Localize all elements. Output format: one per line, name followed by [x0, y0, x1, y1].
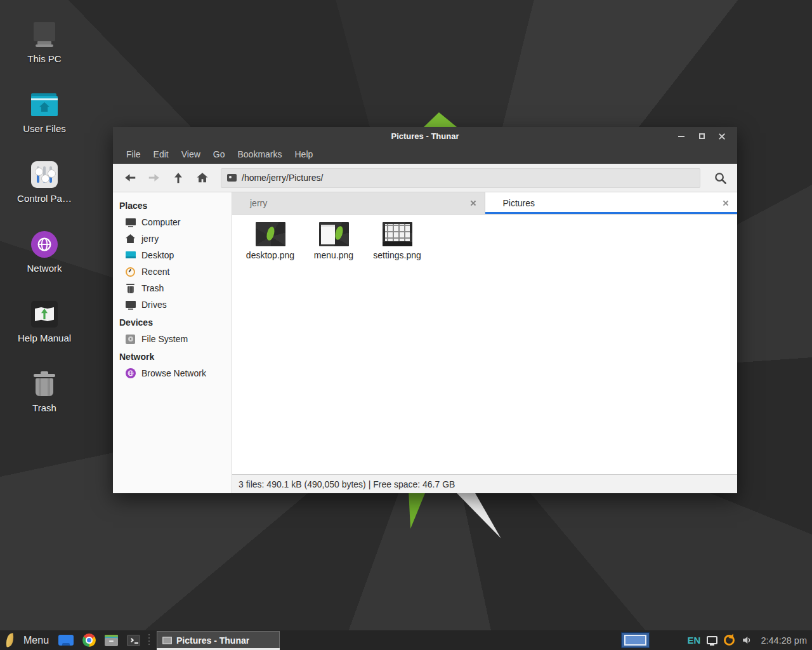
- desktop-icon-control-panel[interactable]: Control Pa…: [6, 149, 82, 204]
- menu-help[interactable]: Help: [289, 145, 320, 164]
- tab-close-icon[interactable]: [469, 199, 477, 207]
- taskbar: Menu Pictures - Thunar EN 2:44:28 pm: [0, 630, 812, 650]
- menu-go[interactable]: Go: [207, 145, 232, 164]
- tab-bar: jerry Pictures: [232, 192, 737, 215]
- desktop-icon-trash[interactable]: Trash: [6, 358, 82, 413]
- drives-icon: [126, 300, 136, 310]
- sidebar-item-computer[interactable]: Computer: [113, 214, 232, 230]
- chrome-launcher[interactable]: [81, 630, 98, 650]
- linux-lite-logo-icon: [5, 633, 15, 647]
- menu-bar: File Edit View Go Bookmarks Help: [113, 145, 737, 164]
- file-item-desktop-png[interactable]: desktop.png: [239, 220, 302, 260]
- workspace-switcher[interactable]: [621, 632, 650, 648]
- wallpaper-logo-stem: [407, 493, 425, 529]
- task-window-icon: [162, 637, 172, 644]
- image-folder-icon: [227, 174, 237, 182]
- workspace-1[interactable]: [624, 635, 646, 646]
- thunar-window: Pictures - Thunar File Edit View Go Book…: [113, 127, 737, 493]
- search-button[interactable]: [708, 166, 732, 189]
- show-desktop-icon: [58, 635, 74, 646]
- menu-file[interactable]: File: [120, 145, 147, 164]
- volume-icon[interactable]: [741, 634, 753, 646]
- desktop-icon-this-pc[interactable]: This PC: [6, 9, 82, 64]
- sidebar-item-desktop[interactable]: Desktop: [113, 247, 232, 263]
- desktop-icon-column: This PC User Files Control Pa… Network H…: [6, 9, 82, 413]
- desktop-icon-label: User Files: [23, 123, 66, 134]
- maximize-icon: [699, 133, 705, 139]
- forward-button[interactable]: [142, 166, 166, 189]
- desktop-icon-label: Control Pa…: [17, 193, 72, 204]
- back-icon: [123, 171, 137, 185]
- sidebar-item-label: jerry: [141, 234, 159, 244]
- file-name: settings.png: [373, 250, 421, 260]
- window-titlebar[interactable]: Pictures - Thunar: [113, 127, 737, 145]
- sidebar-item-label: File System: [141, 334, 188, 344]
- keyboard-layout-indicator[interactable]: EN: [688, 635, 701, 646]
- file-name: desktop.png: [246, 250, 294, 260]
- path-bar[interactable]: /home/jerry/Pictures/: [221, 168, 700, 188]
- trash-icon: [126, 284, 134, 293]
- sidebar-header-devices: Devices: [113, 313, 232, 331]
- sidebar-item-jerry[interactable]: jerry: [113, 230, 232, 247]
- sidebar-item-label: Drives: [141, 300, 167, 310]
- home-icon: [126, 234, 135, 243]
- desktop-icon-label: Help Manual: [18, 333, 71, 343]
- this-pc-icon: [31, 21, 58, 49]
- sidebar-header-network: Network: [113, 347, 232, 365]
- update-manager-icon[interactable]: [724, 635, 735, 646]
- menu-view[interactable]: View: [175, 145, 207, 164]
- terminal-launcher[interactable]: [125, 630, 142, 650]
- menu-button[interactable]: [4, 630, 16, 650]
- file-cabinet-icon: [105, 635, 118, 646]
- tasklist-handle[interactable]: [147, 634, 150, 647]
- sidebar-item-label: Computer: [141, 217, 180, 227]
- desktop-icon-user-files[interactable]: User Files: [6, 79, 82, 134]
- file-item-menu-png[interactable]: menu.png: [302, 220, 365, 260]
- tab-jerry[interactable]: jerry: [232, 192, 485, 214]
- close-icon: [718, 133, 726, 140]
- help-manual-icon: [31, 301, 58, 328]
- desktop-icon-label: This PC: [27, 53, 61, 64]
- sidebar-item-drives[interactable]: Drives: [113, 296, 232, 313]
- file-manager-launcher[interactable]: [103, 630, 120, 650]
- sidebar-item-label: Browse Network: [141, 368, 206, 378]
- wallpaper-logo-leaf: [424, 112, 457, 127]
- wallpaper-logo-quill: [453, 493, 502, 540]
- menu-edit[interactable]: Edit: [147, 145, 175, 164]
- close-button[interactable]: [712, 127, 732, 145]
- window-controls: [671, 127, 732, 145]
- computer-icon: [126, 218, 136, 227]
- sidebar-item-browse-network[interactable]: Browse Network: [113, 365, 232, 381]
- task-button-thunar[interactable]: Pictures - Thunar: [157, 631, 280, 649]
- image-thumbnail: [383, 222, 412, 246]
- hard-drive-icon: [126, 335, 135, 344]
- file-item-settings-png[interactable]: settings.png: [365, 220, 429, 260]
- minimize-button[interactable]: [671, 127, 691, 145]
- back-button[interactable]: [118, 166, 142, 189]
- desktop-icon-network[interactable]: Network: [6, 218, 82, 274]
- show-desktop-launcher[interactable]: [56, 630, 75, 650]
- user-files-folder-icon: [31, 93, 58, 116]
- toolbar: /home/jerry/Pictures/: [113, 164, 737, 192]
- maximize-button[interactable]: [691, 127, 712, 145]
- task-button-label: Pictures - Thunar: [176, 635, 249, 646]
- clock[interactable]: 2:44:28 pm: [759, 635, 807, 646]
- file-name: menu.png: [314, 250, 353, 260]
- sidebar-item-label: Desktop: [141, 250, 174, 260]
- menu-button-label[interactable]: Menu: [21, 635, 51, 646]
- globe-icon: [126, 368, 136, 378]
- tab-label: jerry: [250, 198, 469, 208]
- sidebar-item-trash[interactable]: Trash: [113, 280, 232, 296]
- sidebar-item-recent[interactable]: Recent: [113, 263, 232, 280]
- file-view[interactable]: desktop.png menu.png settings.png: [232, 215, 737, 474]
- tab-pictures[interactable]: Pictures: [485, 192, 738, 214]
- display-settings-icon[interactable]: [707, 636, 717, 644]
- home-button[interactable]: [190, 166, 214, 189]
- control-panel-icon: [31, 161, 58, 188]
- chrome-icon: [82, 633, 96, 647]
- sidebar-item-file-system[interactable]: File System: [113, 331, 232, 347]
- tab-close-icon[interactable]: [722, 199, 730, 207]
- menu-bookmarks[interactable]: Bookmarks: [231, 145, 288, 164]
- desktop-icon-help-manual[interactable]: Help Manual: [6, 288, 82, 343]
- up-button[interactable]: [166, 166, 190, 189]
